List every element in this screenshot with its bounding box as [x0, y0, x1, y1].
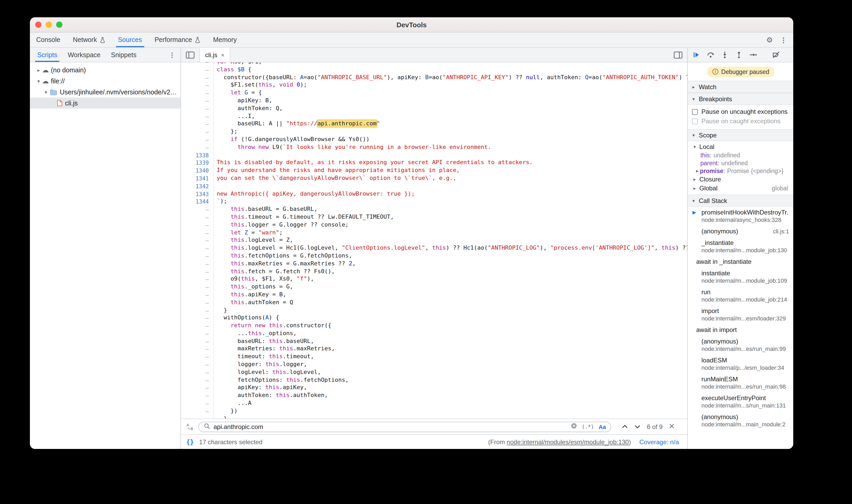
tree-item--no-domain-[interactable]: ▸☁(no domain) [30, 65, 180, 75]
breakpoints-body: Pause on uncaught exceptionsPause on cau… [688, 105, 793, 129]
chevron-down-icon[interactable]: ▾ [43, 89, 49, 95]
call-stack-frame[interactable]: runMainESMnode:internal/m...es/run_main:… [688, 373, 793, 392]
deactivate-breakpoints-icon[interactable] [772, 51, 780, 59]
chevron-right-icon[interactable]: ▸ [36, 67, 41, 73]
scope-variable-parent[interactable]: parent:undefined [688, 159, 793, 167]
chevron-down-icon: ▾ [692, 144, 697, 149]
selection-status: 17 characters selected [199, 438, 262, 446]
tab-sources[interactable]: Sources [112, 33, 147, 47]
previous-match-icon[interactable] [622, 423, 628, 430]
match-count: 6 of 9 [647, 423, 662, 430]
scope-global-row[interactable]: ▸ Global global [688, 183, 793, 193]
tab-memory[interactable]: Memory [208, 33, 242, 47]
navigator-more-icon[interactable]: ⋮ [169, 48, 180, 62]
call-stack-frame[interactable]: instantiatenode:internal/m...module_job:… [688, 268, 793, 286]
step-icon[interactable] [749, 51, 757, 59]
flask-icon [100, 36, 105, 43]
step-out-icon[interactable] [735, 51, 743, 59]
call-stack-frame[interactable]: executeUserEntryPointnode:internal/m...s… [688, 392, 793, 411]
tab-network[interactable]: Network [68, 33, 111, 47]
navigator-tab-scripts[interactable]: Scripts [32, 48, 63, 62]
editor-tab-clijs[interactable]: cli.js × [199, 48, 230, 62]
navigator-tab-workspace[interactable]: Workspace [63, 48, 106, 62]
breakpoint-option[interactable]: Pause on uncaught exceptions [688, 107, 793, 116]
source-origin-link[interactable]: node:internal/modules/esm/module_job:130 [507, 438, 629, 446]
clear-search-icon[interactable] [571, 423, 577, 431]
code-editor[interactable]: var Xs0, $F1,class $B { constructor({bas… [214, 62, 687, 418]
svg-text:A: A [187, 423, 189, 427]
toggle-debugger-icon[interactable] [669, 48, 687, 62]
chevron-right-icon[interactable]: ▸ [695, 168, 700, 173]
editor-statusbar: {} 17 characters selected (From node:int… [181, 434, 687, 449]
call-stack-frame[interactable]: importnode:internal/m...esm/loader:329 [688, 305, 793, 324]
minimize-window-button[interactable] [46, 21, 52, 28]
devtools-window: DevTools ConsoleNetworkSourcesPerformanc… [30, 17, 793, 449]
chevron-down-icon: ▾ [691, 132, 696, 138]
editor-tabbar: cli.js × [181, 48, 687, 62]
scope-variable-promise[interactable]: ▸promise:Promise {<pending>} [688, 167, 793, 175]
call-stack-frame[interactable]: runnode:internal/m...module_job:214 [688, 286, 793, 305]
watch-section-header[interactable]: ▸ Watch [688, 81, 793, 93]
regex-toggle-icon[interactable]: (.*) [582, 424, 594, 430]
close-tab-icon[interactable]: × [221, 52, 225, 58]
chevron-down-icon[interactable]: ▾ [36, 78, 41, 84]
call-stack-await-separator: await in import [688, 324, 793, 336]
line-number-gutter[interactable]: ––––––––––––1338133913401341134213431344… [181, 62, 214, 418]
call-stack-frame[interactable]: (anonymous)node:internal/m...main_module… [688, 411, 793, 430]
debugger-paused-badge: Debugger paused [707, 67, 775, 77]
navigator-panel: ScriptsWorkspaceSnippets ⋮ ▸☁(no domain)… [30, 48, 181, 449]
call-stack-list: ▶promiseInitHookWithDestroyTr...node:int… [688, 206, 793, 449]
more-options-icon[interactable]: ⋮ [780, 36, 787, 44]
call-stack-frame[interactable]: (anonymous)node:internal/m...es/run_main… [688, 336, 793, 355]
pretty-print-icon[interactable]: {} [186, 438, 194, 446]
tree-item-users-jinhuilee-nvm-versions-node-v2-[interactable]: ▾Users/jinhuilee/.nvm/versions/node/v2… [30, 87, 180, 97]
call-stack-await-separator: await in _instantiate [688, 256, 793, 268]
navigator-tab-snippets[interactable]: Snippets [106, 48, 142, 62]
scope-closure-row[interactable]: ▸ Closure [688, 175, 793, 183]
scope-local-row[interactable]: ▾ Local [688, 142, 793, 151]
call-stack-frame[interactable]: loadESMnode:internal/p.../esm_loader:34 [688, 355, 793, 373]
global-value: global [772, 185, 793, 191]
tab-performance[interactable]: Performance [149, 33, 206, 47]
search-input[interactable] [214, 423, 568, 430]
call-stack-frame[interactable]: _instantiatenode:internal/m...module_job… [688, 237, 793, 256]
zoom-window-button[interactable] [56, 21, 63, 28]
scope-variable-this[interactable]: this:undefined [688, 151, 793, 159]
file-tree: ▸☁(no domain)▾☁file://▾Users/jinhuilee/.… [30, 62, 180, 449]
panel-tabs: ConsoleNetworkSourcesPerformanceMemory [30, 33, 243, 47]
settings-gear-icon[interactable]: ⚙ [766, 36, 773, 44]
titlebar: DevTools [30, 17, 793, 33]
editor-tab-label: cli.js [205, 51, 217, 58]
call-stack-frame[interactable]: (anonymous)cli.js:1 [688, 226, 793, 237]
svg-text:B: B [191, 426, 193, 431]
scope-section-header[interactable]: ▾ Scope [688, 129, 793, 141]
replace-toggle-icon[interactable]: AB [186, 423, 194, 431]
flask-icon [195, 36, 200, 43]
tab-console[interactable]: Console [31, 33, 66, 47]
step-into-icon[interactable] [721, 51, 729, 59]
coverage-link[interactable]: Coverage: n/a [639, 438, 679, 446]
checkbox[interactable] [692, 109, 698, 114]
breakpoint-option[interactable]: Pause on caught exceptions [688, 116, 793, 126]
editor-panel: cli.js × ––––––––––––1338133913401341134… [181, 48, 687, 449]
tree-item-cli-js[interactable]: cli.js [30, 97, 180, 109]
resume-icon[interactable] [693, 51, 700, 59]
tree-item-file-[interactable]: ▾☁file:// [30, 75, 180, 87]
checkbox[interactable] [692, 118, 698, 124]
cloud-icon: ☁ [42, 77, 49, 85]
breakpoints-section-header[interactable]: ▾ Breakpoints [688, 93, 793, 105]
current-frame-icon: ▶ [693, 210, 696, 215]
cloud-icon: ☁ [42, 66, 49, 74]
next-match-icon[interactable] [634, 423, 641, 430]
close-search-icon[interactable] [669, 423, 675, 430]
call-stack-frame[interactable]: ▶promiseInitHookWithDestroyTr...node:int… [688, 206, 793, 226]
toggle-navigator-icon[interactable] [181, 48, 199, 62]
source-origin: (From node:internal/modules/esm/module_j… [488, 438, 631, 446]
folder-icon [50, 89, 57, 95]
close-window-button[interactable] [35, 21, 41, 28]
match-case-toggle-icon[interactable]: Aa [599, 424, 606, 430]
callstack-section-header[interactable]: ▾ Call Stack [688, 195, 793, 206]
search-field[interactable]: (.*) Aa [198, 421, 611, 432]
step-over-icon[interactable] [707, 51, 714, 59]
debugger-toolbar [688, 48, 793, 62]
